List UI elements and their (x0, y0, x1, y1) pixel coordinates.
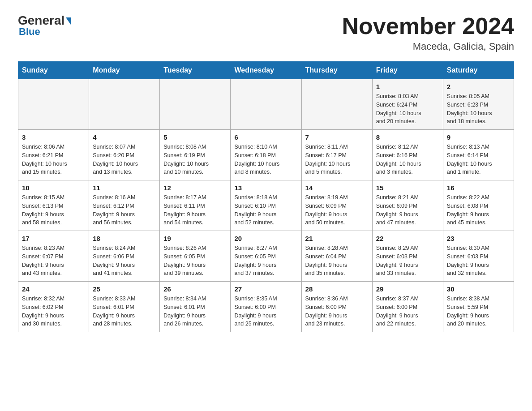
day-number: 27 (234, 285, 297, 293)
calendar-week-row: 10Sunrise: 8:15 AM Sunset: 6:13 PM Dayli… (18, 180, 514, 231)
calendar-cell: 14Sunrise: 8:19 AM Sunset: 6:09 PM Dayli… (301, 180, 372, 231)
weekday-header-monday: Monday (89, 62, 160, 79)
day-info: Sunrise: 8:07 AM Sunset: 6:20 PM Dayligh… (93, 143, 156, 176)
title-block: November 2024 Maceda, Galicia, Spain (342, 13, 514, 52)
day-info: Sunrise: 8:03 AM Sunset: 6:24 PM Dayligh… (376, 92, 439, 126)
day-number: 16 (447, 184, 510, 192)
day-number: 28 (305, 285, 369, 293)
day-info: Sunrise: 8:13 AM Sunset: 6:14 PM Dayligh… (447, 143, 510, 176)
calendar-cell: 6Sunrise: 8:10 AM Sunset: 6:18 PM Daylig… (231, 130, 301, 180)
calendar-week-row: 24Sunrise: 8:32 AM Sunset: 6:02 PM Dayli… (18, 282, 514, 332)
calendar-cell: 19Sunrise: 8:26 AM Sunset: 6:05 PM Dayli… (160, 231, 231, 282)
day-info: Sunrise: 8:12 AM Sunset: 6:16 PM Dayligh… (376, 143, 439, 176)
weekday-header-tuesday: Tuesday (160, 62, 231, 79)
calendar-cell: 4Sunrise: 8:07 AM Sunset: 6:20 PM Daylig… (89, 130, 160, 180)
calendar-cell: 13Sunrise: 8:18 AM Sunset: 6:10 PM Dayli… (231, 180, 301, 231)
page-header: General Blue November 2024 Maceda, Galic… (18, 13, 514, 52)
day-number: 10 (22, 184, 85, 192)
calendar-cell: 23Sunrise: 8:30 AM Sunset: 6:03 PM Dayli… (443, 231, 514, 282)
day-number: 9 (447, 133, 510, 141)
day-number: 11 (93, 184, 156, 192)
logo-blue: Blue (19, 26, 40, 38)
calendar-cell: 8Sunrise: 8:12 AM Sunset: 6:16 PM Daylig… (372, 130, 443, 180)
day-info: Sunrise: 8:33 AM Sunset: 6:01 PM Dayligh… (93, 295, 156, 328)
day-number: 13 (234, 184, 297, 192)
calendar-cell: 27Sunrise: 8:35 AM Sunset: 6:00 PM Dayli… (231, 282, 301, 332)
calendar-cell: 12Sunrise: 8:17 AM Sunset: 6:11 PM Dayli… (160, 180, 231, 231)
day-info: Sunrise: 8:27 AM Sunset: 6:05 PM Dayligh… (234, 244, 297, 278)
day-info: Sunrise: 8:08 AM Sunset: 6:19 PM Dayligh… (163, 143, 227, 176)
day-info: Sunrise: 8:36 AM Sunset: 6:00 PM Dayligh… (305, 295, 369, 328)
day-info: Sunrise: 8:29 AM Sunset: 6:03 PM Dayligh… (376, 244, 439, 278)
day-info: Sunrise: 8:17 AM Sunset: 6:11 PM Dayligh… (163, 193, 227, 227)
day-number: 3 (22, 133, 85, 141)
day-info: Sunrise: 8:06 AM Sunset: 6:21 PM Dayligh… (22, 143, 85, 176)
day-info: Sunrise: 8:23 AM Sunset: 6:07 PM Dayligh… (22, 244, 85, 278)
calendar-week-row: 17Sunrise: 8:23 AM Sunset: 6:07 PM Dayli… (18, 231, 514, 282)
day-info: Sunrise: 8:35 AM Sunset: 6:00 PM Dayligh… (234, 295, 297, 328)
calendar-cell (89, 79, 160, 130)
day-info: Sunrise: 8:16 AM Sunset: 6:12 PM Dayligh… (93, 193, 156, 227)
weekday-header-thursday: Thursday (301, 62, 372, 79)
calendar-cell: 3Sunrise: 8:06 AM Sunset: 6:21 PM Daylig… (18, 130, 89, 180)
day-number: 6 (234, 133, 297, 141)
calendar-cell: 16Sunrise: 8:22 AM Sunset: 6:08 PM Dayli… (443, 180, 514, 231)
calendar-cell: 26Sunrise: 8:34 AM Sunset: 6:01 PM Dayli… (160, 282, 231, 332)
calendar-cell: 28Sunrise: 8:36 AM Sunset: 6:00 PM Dayli… (301, 282, 372, 332)
day-number: 5 (163, 133, 227, 141)
calendar-cell: 15Sunrise: 8:21 AM Sunset: 6:09 PM Dayli… (372, 180, 443, 231)
calendar-cell (231, 79, 301, 130)
day-number: 29 (376, 285, 439, 293)
day-info: Sunrise: 8:37 AM Sunset: 6:00 PM Dayligh… (376, 295, 439, 328)
calendar-cell: 7Sunrise: 8:11 AM Sunset: 6:17 PM Daylig… (301, 130, 372, 180)
day-info: Sunrise: 8:26 AM Sunset: 6:05 PM Dayligh… (163, 244, 227, 278)
day-number: 22 (376, 235, 439, 242)
day-number: 2 (447, 83, 510, 90)
weekday-header-sunday: Sunday (18, 62, 89, 79)
day-number: 17 (22, 235, 85, 242)
calendar-cell: 22Sunrise: 8:29 AM Sunset: 6:03 PM Dayli… (372, 231, 443, 282)
calendar-cell: 21Sunrise: 8:28 AM Sunset: 6:04 PM Dayli… (301, 231, 372, 282)
calendar-cell: 24Sunrise: 8:32 AM Sunset: 6:02 PM Dayli… (18, 282, 89, 332)
day-info: Sunrise: 8:19 AM Sunset: 6:09 PM Dayligh… (305, 193, 369, 227)
calendar-week-row: 1Sunrise: 8:03 AM Sunset: 6:24 PM Daylig… (18, 79, 514, 130)
day-number: 7 (305, 133, 369, 141)
day-number: 12 (163, 184, 227, 192)
day-number: 15 (376, 184, 439, 192)
calendar-cell: 29Sunrise: 8:37 AM Sunset: 6:00 PM Dayli… (372, 282, 443, 332)
logo-triangle-icon (66, 17, 71, 25)
day-info: Sunrise: 8:11 AM Sunset: 6:17 PM Dayligh… (305, 143, 369, 176)
calendar-cell: 5Sunrise: 8:08 AM Sunset: 6:19 PM Daylig… (160, 130, 231, 180)
day-number: 4 (93, 133, 156, 141)
calendar-header-row: SundayMondayTuesdayWednesdayThursdayFrid… (18, 62, 514, 79)
day-info: Sunrise: 8:28 AM Sunset: 6:04 PM Dayligh… (305, 244, 369, 278)
day-info: Sunrise: 8:05 AM Sunset: 6:23 PM Dayligh… (447, 92, 510, 126)
calendar-cell: 2Sunrise: 8:05 AM Sunset: 6:23 PM Daylig… (443, 79, 514, 130)
calendar-cell: 10Sunrise: 8:15 AM Sunset: 6:13 PM Dayli… (18, 180, 89, 231)
location-title: Maceda, Galicia, Spain (342, 41, 514, 52)
day-info: Sunrise: 8:32 AM Sunset: 6:02 PM Dayligh… (22, 295, 85, 328)
weekday-header-wednesday: Wednesday (231, 62, 301, 79)
calendar-cell: 9Sunrise: 8:13 AM Sunset: 6:14 PM Daylig… (443, 130, 514, 180)
day-number: 24 (22, 285, 85, 293)
day-number: 21 (305, 235, 369, 242)
calendar-cell: 30Sunrise: 8:38 AM Sunset: 5:59 PM Dayli… (443, 282, 514, 332)
calendar-cell: 11Sunrise: 8:16 AM Sunset: 6:12 PM Dayli… (89, 180, 160, 231)
day-number: 30 (447, 285, 510, 293)
calendar-cell: 25Sunrise: 8:33 AM Sunset: 6:01 PM Dayli… (89, 282, 160, 332)
day-number: 23 (447, 235, 510, 242)
calendar-cell (18, 79, 89, 130)
day-info: Sunrise: 8:24 AM Sunset: 6:06 PM Dayligh… (93, 244, 156, 278)
logo: General Blue (18, 13, 71, 38)
day-info: Sunrise: 8:30 AM Sunset: 6:03 PM Dayligh… (447, 244, 510, 278)
day-number: 25 (93, 285, 156, 293)
day-number: 19 (163, 235, 227, 242)
calendar-cell (160, 79, 231, 130)
day-info: Sunrise: 8:15 AM Sunset: 6:13 PM Dayligh… (22, 193, 85, 227)
weekday-header-saturday: Saturday (443, 62, 514, 79)
day-info: Sunrise: 8:10 AM Sunset: 6:18 PM Dayligh… (234, 143, 297, 176)
day-number: 8 (376, 133, 439, 141)
day-info: Sunrise: 8:34 AM Sunset: 6:01 PM Dayligh… (163, 295, 227, 328)
weekday-header-friday: Friday (372, 62, 443, 79)
day-number: 20 (234, 235, 297, 242)
